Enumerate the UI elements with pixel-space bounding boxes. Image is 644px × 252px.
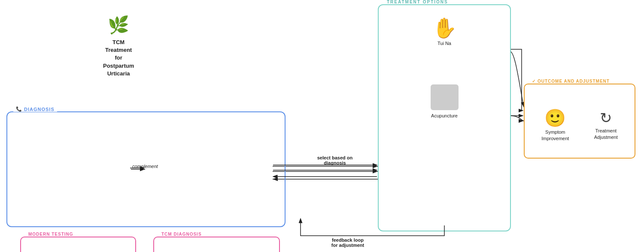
treatment-adjustment-item: ↻ TreatmentAdjustment bbox=[594, 111, 618, 140]
modern-testing-box: MODERN TESTING IgE LevelTest AllergenIde… bbox=[20, 237, 136, 252]
check-icon: ✓ bbox=[532, 79, 536, 84]
tcm-line3: for bbox=[115, 54, 122, 61]
outcome-items-row: 🙂 SymptomImprovement ↻ TreatmentAdjustme… bbox=[529, 89, 630, 153]
tcm-diagnosis-box: TCM DIAGNOSIS 🔥 Damp-Heat 🫀 SpleenDefici… bbox=[153, 237, 280, 252]
modern-testing-items: IgE LevelTest AllergenIdentification bbox=[25, 242, 131, 252]
tui-na-area: ✋ Tui Na bbox=[379, 18, 510, 46]
tcm-line4: Postpartum bbox=[103, 63, 134, 69]
tcm-line2: Treatment bbox=[105, 47, 132, 53]
outcome-box: ✓ OUTCOME AND ADJUSTMENT 🙂 SymptomImprov… bbox=[524, 84, 635, 159]
tcm-title: 🌿 TCM Treatment for Postpartum Urticaria bbox=[103, 13, 134, 78]
treatment-options-box: TREATMENT OPTIONS ✋ Tui Na Acupuncture 🌿… bbox=[378, 4, 511, 231]
treatment-options-label: TREATMENT OPTIONS bbox=[385, 0, 450, 4]
symptom-improvement-item: 🙂 SymptomImprovement bbox=[541, 109, 569, 141]
tcm-diagnosis-label: TCM DIAGNOSIS bbox=[159, 232, 204, 237]
complement-label: complement bbox=[132, 164, 158, 169]
diagnosis-label: 📞 DIAGNOSIS bbox=[13, 106, 57, 112]
leaf-icon: 🌿 bbox=[103, 13, 134, 37]
refresh-icon: ↻ bbox=[600, 111, 612, 125]
phone-icon: 📞 bbox=[16, 106, 22, 112]
tui-na-label: Tui Na bbox=[437, 40, 451, 46]
outcome-label: ✓ OUTCOME AND ADJUSTMENT bbox=[530, 79, 612, 84]
acupuncture-area: Acupuncture bbox=[379, 84, 510, 119]
tcm-line1: TCM bbox=[112, 39, 125, 45]
tcm-diagnosis-items: 🔥 Damp-Heat 🫀 SpleenDeficiency bbox=[158, 242, 275, 252]
smiley-icon: 🙂 bbox=[544, 109, 566, 126]
acupuncture-icon-box bbox=[431, 84, 459, 110]
modern-testing-label: MODERN TESTING bbox=[26, 232, 76, 237]
select-label: select based ondiagnosis bbox=[301, 155, 369, 165]
acupuncture-label: Acupuncture bbox=[431, 113, 458, 119]
feedback-label: feedback loopfor adjustment bbox=[313, 237, 382, 248]
symptom-improvement-label: SymptomImprovement bbox=[541, 129, 569, 141]
hand-icon: ✋ bbox=[432, 18, 457, 38]
diagnosis-box: 📞 DIAGNOSIS MODERN TESTING IgE LevelTest… bbox=[6, 111, 286, 227]
diagram-container: 🌿 TCM Treatment for Postpartum Urticaria… bbox=[0, 0, 644, 252]
treatment-adjustment-label: TreatmentAdjustment bbox=[594, 128, 618, 140]
tcm-line5: Urticaria bbox=[107, 70, 130, 77]
